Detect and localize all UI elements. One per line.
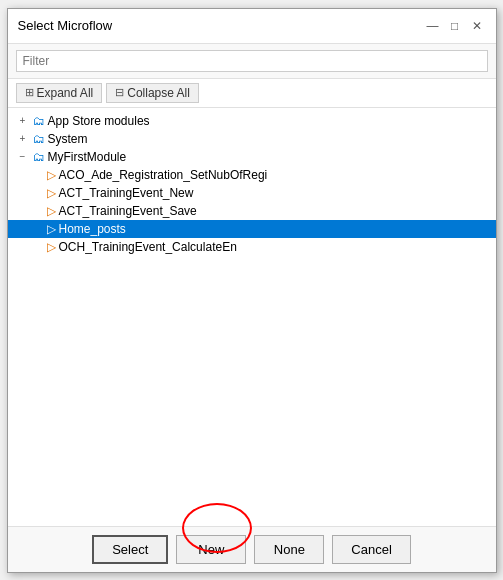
expander-icon: + (16, 133, 30, 144)
dialog-title: Select Microflow (18, 18, 113, 33)
folder-icon: 🗂 (33, 114, 45, 128)
tree-item-act-new[interactable]: ▷ ACT_TrainingEvent_New (8, 184, 496, 202)
new-button[interactable]: New (176, 535, 246, 564)
expander-icon: + (16, 115, 30, 126)
microflow-icon: ▷ (47, 222, 56, 236)
select-button[interactable]: Select (92, 535, 168, 564)
expand-all-button[interactable]: ⊞ Expand All (16, 83, 103, 103)
tree-item-home-posts[interactable]: ▷ Home_posts (8, 220, 496, 238)
tree-item-och[interactable]: ▷ OCH_TrainingEvent_CalculateEn (8, 238, 496, 256)
minimize-button[interactable]: — (424, 17, 442, 35)
collapse-all-label: Collapse All (127, 86, 190, 100)
footer-buttons: Select New None Cancel (8, 526, 496, 572)
filter-bar (8, 44, 496, 79)
tree-item-app-store[interactable]: + 🗂 App Store modules (8, 112, 496, 130)
toolbar: ⊞ Expand All ⊟ Collapse All (8, 79, 496, 108)
microflow-icon: ▷ (47, 240, 56, 254)
filter-input[interactable] (16, 50, 488, 72)
item-label: ACT_TrainingEvent_New (59, 186, 194, 200)
item-label: App Store modules (48, 114, 150, 128)
item-label: MyFirstModule (48, 150, 127, 164)
item-label: ACT_TrainingEvent_Save (59, 204, 197, 218)
item-label: System (48, 132, 88, 146)
item-label: Home_posts (59, 222, 126, 236)
tree-item-system[interactable]: + 🗂 System (8, 130, 496, 148)
select-microflow-dialog: Select Microflow — □ ✕ ⊞ Expand All ⊟ Co… (7, 8, 497, 573)
item-label: ACO_Ade_Registration_SetNubOfRegi (59, 168, 268, 182)
folder-icon: 🗂 (33, 132, 45, 146)
window-controls: — □ ✕ (424, 17, 486, 35)
collapse-all-button[interactable]: ⊟ Collapse All (106, 83, 199, 103)
tree-item-aco[interactable]: ▷ ACO_Ade_Registration_SetNubOfRegi (8, 166, 496, 184)
cancel-button[interactable]: Cancel (332, 535, 410, 564)
expander-icon: − (16, 151, 30, 162)
maximize-button[interactable]: □ (446, 17, 464, 35)
expand-all-label: Expand All (37, 86, 94, 100)
microflow-icon: ▷ (47, 186, 56, 200)
collapse-icon: ⊟ (115, 86, 124, 99)
microflow-icon: ▷ (47, 168, 56, 182)
tree-item-myfirstmodule[interactable]: − 🗂 MyFirstModule (8, 148, 496, 166)
none-button[interactable]: None (254, 535, 324, 564)
close-button[interactable]: ✕ (468, 17, 486, 35)
title-bar: Select Microflow — □ ✕ (8, 9, 496, 44)
item-label: OCH_TrainingEvent_CalculateEn (59, 240, 237, 254)
microflow-tree[interactable]: + 🗂 App Store modules + 🗂 System − 🗂 MyF… (8, 108, 496, 526)
folder-icon: 🗂 (33, 150, 45, 164)
microflow-icon: ▷ (47, 204, 56, 218)
expand-icon: ⊞ (25, 86, 34, 99)
tree-item-act-save[interactable]: ▷ ACT_TrainingEvent_Save (8, 202, 496, 220)
